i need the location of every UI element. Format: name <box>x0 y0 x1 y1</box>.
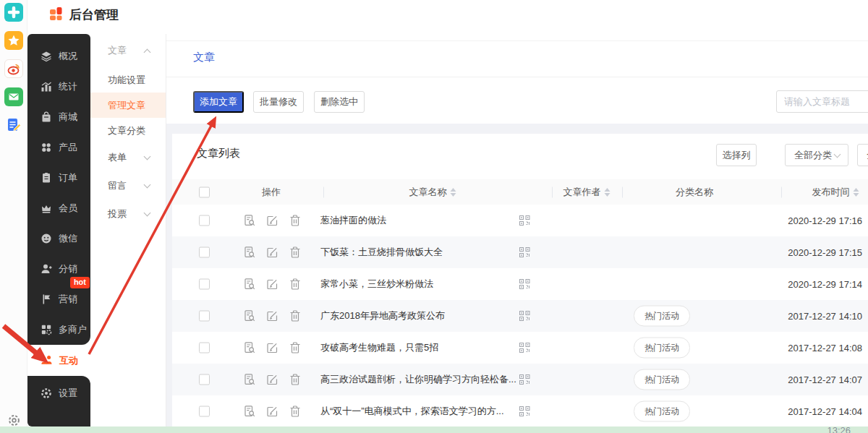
sidebar-item-statistics[interactable]: 统计 <box>27 72 90 102</box>
edit-icon[interactable] <box>266 374 278 386</box>
grid-dots-icon <box>41 142 52 153</box>
batch-edit-button[interactable]: 批量修改 <box>253 91 304 113</box>
main-content: 文章 添加文章 批量修改 删除选中 文章列表 选择列 全部分类 全 操作文章名称… <box>166 29 868 433</box>
qr-code-icon[interactable] <box>519 311 530 321</box>
tab-article[interactable]: 文章 <box>193 51 215 64</box>
delete-icon[interactable] <box>289 406 301 418</box>
notes-icon[interactable] <box>4 116 23 134</box>
publish-time: 2020-12-29 17:15 <box>746 247 862 258</box>
primary-sidebar: 概况 统计 商城 产品 订单 会员 微信 分销 <box>27 34 90 426</box>
sidebar-item-marketing[interactable]: hot 营销 <box>27 284 90 314</box>
sort-icon[interactable] <box>451 188 456 197</box>
preview-icon[interactable] <box>243 246 256 259</box>
app-header: 后台管理 <box>27 0 868 29</box>
column-header[interactable]: 文章作者 <box>563 186 610 199</box>
qr-code-icon[interactable] <box>519 343 530 353</box>
sidebar-item-settings[interactable]: 设置 <box>27 378 90 408</box>
select-all-checkbox[interactable] <box>199 187 210 197</box>
edit-icon[interactable] <box>266 246 278 259</box>
gear-icon <box>41 387 52 399</box>
edit-icon[interactable] <box>266 342 278 354</box>
delete-icon[interactable] <box>289 374 301 386</box>
select-columns-button[interactable]: 选择列 <box>716 144 757 166</box>
preview-icon[interactable] <box>243 214 256 227</box>
column-header: 分类名称 <box>676 186 713 199</box>
delete-icon[interactable] <box>289 278 301 291</box>
add-article-button[interactable]: 添加文章 <box>193 91 244 113</box>
delete-icon[interactable] <box>289 246 301 259</box>
publish-time: 2017-12-27 14:08 <box>746 343 862 353</box>
article-title[interactable]: 葱油拌面的做法 <box>320 214 386 227</box>
delete-icon[interactable] <box>289 342 301 354</box>
submenu-group-message[interactable]: 留言 <box>90 171 166 200</box>
app-logo-icon <box>49 7 64 23</box>
row-checkbox[interactable] <box>199 279 210 290</box>
article-title[interactable]: 家常小菜，三丝炒米粉做法 <box>320 278 433 291</box>
sort-icon[interactable] <box>854 188 859 197</box>
sidebar-item-members[interactable]: 会员 <box>27 193 90 223</box>
row-checkbox[interactable] <box>199 406 210 417</box>
row-checkbox[interactable] <box>199 215 210 226</box>
app-dock <box>0 0 27 433</box>
qr-code-icon[interactable] <box>519 406 530 416</box>
preview-icon[interactable] <box>243 278 256 291</box>
category-filter-select[interactable]: 全部分类 <box>785 144 848 166</box>
submenu-item-article-categories[interactable]: 文章分类 <box>90 118 166 143</box>
interaction-people-icon <box>41 354 53 366</box>
preview-icon[interactable] <box>243 373 256 386</box>
article-title[interactable]: 下饭菜：土豆烧排骨做饭大全 <box>320 246 443 259</box>
row-checkbox[interactable] <box>199 247 210 258</box>
edge-filter-select[interactable]: 全 <box>857 144 868 166</box>
row-checkbox[interactable] <box>199 374 210 385</box>
preview-icon[interactable] <box>243 341 256 354</box>
delete-icon[interactable] <box>289 310 301 322</box>
sidebar-item-multi-merchant[interactable]: 多商户 <box>27 314 90 345</box>
article-title-search-input[interactable] <box>776 90 868 113</box>
submenu-item-feature-settings[interactable]: 功能设置 <box>90 67 166 93</box>
chevron-down-icon <box>834 150 841 158</box>
flag-icon <box>41 293 52 305</box>
layers-icon <box>41 51 52 62</box>
sidebar-item-wechat[interactable]: 微信 <box>27 223 90 254</box>
secondary-sidebar: 文章 功能设置 管理文章 文章分类 表单 留言 投票 <box>90 34 166 433</box>
qr-code-icon[interactable] <box>519 279 530 289</box>
article-title[interactable]: 攻破高考生物难题，只需5招 <box>320 341 438 354</box>
sidebar-item-interaction[interactable]: 互动 <box>27 345 90 376</box>
health-app-icon[interactable] <box>4 3 23 22</box>
chart-icon <box>41 81 52 93</box>
submenu-group-vote[interactable]: 投票 <box>90 200 166 228</box>
category-tag: 热门活动 <box>634 369 690 390</box>
article-title[interactable]: 高三政治试题剖析，让你明确学习方向轻松备... <box>320 373 516 386</box>
favorites-star-icon[interactable] <box>4 31 23 50</box>
column-header[interactable]: 文章名称 <box>409 186 456 199</box>
preview-icon[interactable] <box>243 405 256 418</box>
weibo-icon[interactable] <box>4 59 23 78</box>
sidebar-item-mall[interactable]: 商城 <box>27 102 90 132</box>
edit-icon[interactable] <box>266 215 278 227</box>
row-checkbox[interactable] <box>199 343 210 353</box>
column-header[interactable]: 发布时间 <box>812 186 859 199</box>
edit-icon[interactable] <box>266 310 278 322</box>
sidebar-item-orders[interactable]: 订单 <box>27 163 90 193</box>
sidebar-item-overview[interactable]: 概况 <box>27 41 90 72</box>
column-header: 操作 <box>262 186 281 199</box>
sort-icon[interactable] <box>605 188 610 197</box>
delete-selected-button[interactable]: 删除选中 <box>314 91 365 113</box>
submenu-item-manage-articles[interactable]: 管理文章 <box>90 93 166 118</box>
submenu-group-article[interactable]: 文章 <box>90 34 166 67</box>
edit-icon[interactable] <box>266 406 278 418</box>
sidebar-item-products[interactable]: 产品 <box>27 132 90 163</box>
preview-icon[interactable] <box>243 309 256 322</box>
hot-badge: hot <box>70 277 90 288</box>
publish-time: 2017-12-27 14:04 <box>746 406 862 417</box>
edit-icon[interactable] <box>266 278 278 291</box>
article-title[interactable]: 广东2018年异地高考政策公布 <box>320 309 445 322</box>
qr-code-icon[interactable] <box>519 215 530 226</box>
row-checkbox[interactable] <box>199 311 210 322</box>
qr-code-icon[interactable] <box>519 247 530 257</box>
qr-code-icon[interactable] <box>519 374 530 385</box>
mail-icon[interactable] <box>4 87 23 106</box>
delete-icon[interactable] <box>289 215 301 227</box>
article-title[interactable]: 从“双十一”电商模式中，探索语文学习的方... <box>320 405 504 418</box>
submenu-group-form[interactable]: 表单 <box>90 143 166 171</box>
